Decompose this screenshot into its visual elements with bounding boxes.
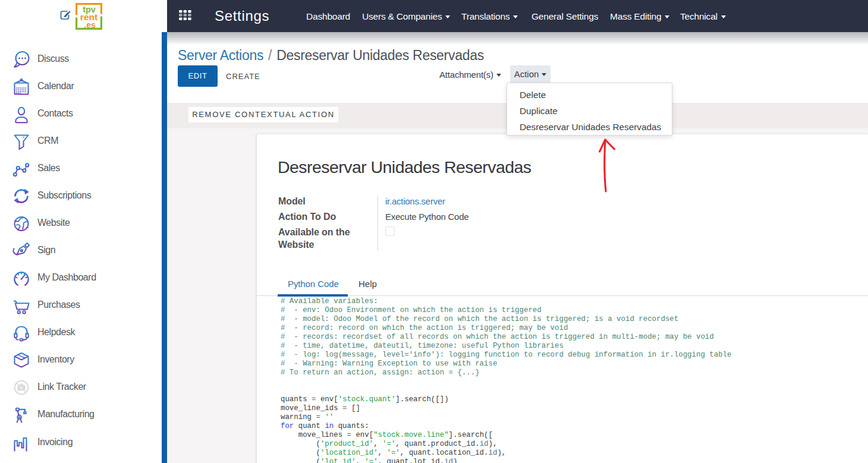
svg-text:.es: .es xyxy=(84,20,96,30)
